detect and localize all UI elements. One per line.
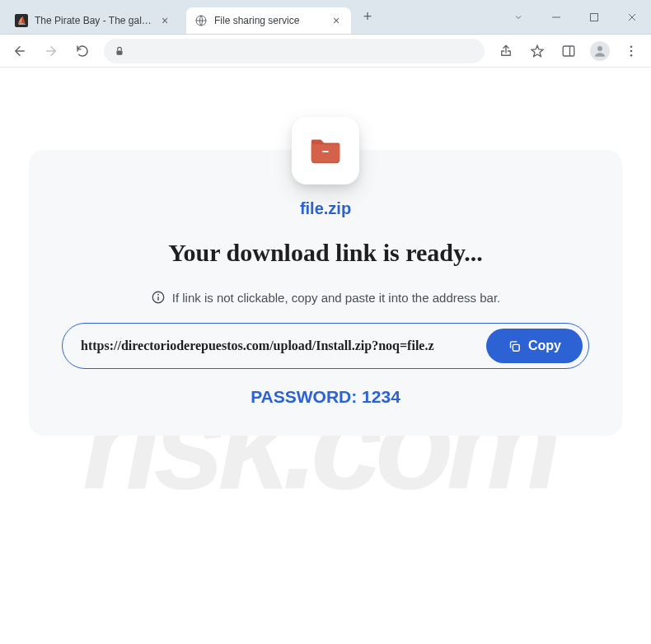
pirate-bay-favicon: ⛵ bbox=[15, 14, 28, 27]
close-icon[interactable]: × bbox=[330, 14, 343, 27]
back-button[interactable] bbox=[7, 38, 33, 64]
tab-pirate-bay[interactable]: ⛵ The Pirate Bay - The galaxy's mos... × bbox=[7, 7, 180, 34]
browser-toolbar bbox=[0, 35, 651, 68]
close-icon[interactable]: × bbox=[158, 14, 171, 27]
reload-button[interactable] bbox=[69, 38, 96, 64]
menu-icon[interactable] bbox=[618, 38, 644, 64]
download-url[interactable]: https://directorioderepuestos.com/upload… bbox=[81, 338, 478, 353]
profile-avatar[interactable] bbox=[587, 38, 613, 64]
download-card: file.zip Your download link is ready... … bbox=[29, 150, 622, 436]
svg-point-12 bbox=[630, 54, 633, 56]
svg-rect-17 bbox=[513, 344, 519, 351]
url-row: https://directorioderepuestos.com/upload… bbox=[62, 323, 589, 369]
chevron-down-icon[interactable] bbox=[499, 1, 537, 34]
forward-button[interactable] bbox=[38, 38, 64, 64]
svg-point-11 bbox=[630, 49, 633, 52]
svg-rect-13 bbox=[322, 151, 329, 152]
close-window-button[interactable] bbox=[613, 1, 651, 34]
svg-point-10 bbox=[630, 45, 633, 48]
share-icon[interactable] bbox=[493, 38, 519, 64]
hint-text: If link is not clickable, copy and paste… bbox=[62, 290, 589, 305]
side-panel-icon[interactable] bbox=[555, 38, 582, 64]
new-tab-button[interactable]: + bbox=[356, 6, 379, 29]
svg-point-9 bbox=[597, 46, 602, 51]
folder-icon bbox=[292, 117, 359, 184]
maximize-button[interactable] bbox=[575, 1, 613, 34]
globe-icon bbox=[194, 14, 208, 27]
copy-button[interactable]: Copy bbox=[486, 329, 583, 363]
svg-rect-6 bbox=[117, 50, 123, 54]
browser-titlebar: ⛵ The Pirate Bay - The galaxy's mos... ×… bbox=[0, 0, 651, 35]
svg-rect-7 bbox=[563, 46, 574, 56]
tab-title: File sharing service bbox=[214, 15, 323, 26]
address-bar[interactable] bbox=[104, 39, 485, 63]
tab-title: The Pirate Bay - The galaxy's mos... bbox=[35, 15, 152, 26]
filename-label: file.zip bbox=[62, 199, 589, 218]
bookmark-icon[interactable] bbox=[524, 38, 550, 64]
info-icon bbox=[151, 290, 166, 305]
lock-icon bbox=[114, 45, 125, 57]
minimize-button[interactable] bbox=[537, 1, 575, 34]
svg-point-16 bbox=[157, 294, 159, 296]
copy-icon bbox=[508, 339, 522, 353]
headline: Your download link is ready... bbox=[62, 239, 589, 267]
password-label: PASSWORD: 1234 bbox=[62, 387, 589, 407]
svg-rect-5 bbox=[591, 13, 598, 21]
tab-file-sharing[interactable]: File sharing service × bbox=[186, 7, 351, 34]
page-content: file.zip Your download link is ready... … bbox=[0, 68, 651, 436]
